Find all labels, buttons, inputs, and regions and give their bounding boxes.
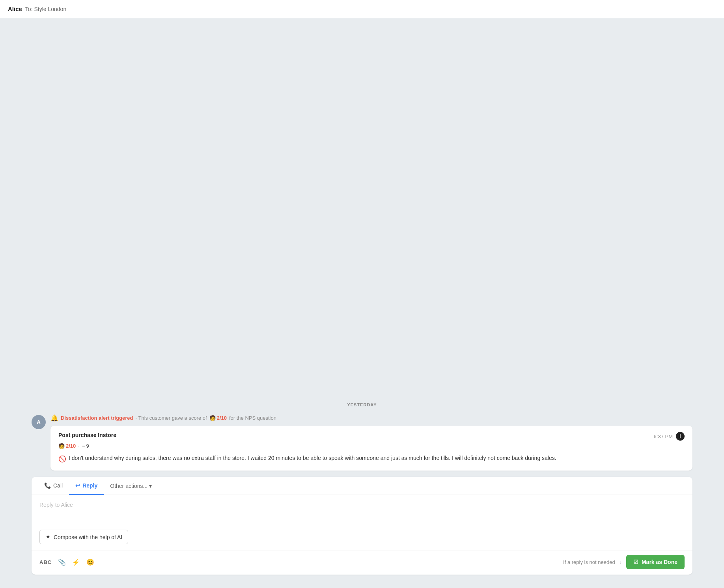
card-body: 🚫 I don't understand why during sales, t…: [58, 454, 685, 464]
alert-line: 🔔 Dissatisfaction alert triggered · This…: [50, 414, 692, 422]
tab-call[interactable]: 📞 Call: [38, 477, 69, 495]
header-bar: Alice To: Style London: [0, 0, 724, 18]
reply-tabs: 📞 Call ↩ Reply Other actions... ▾: [32, 477, 692, 495]
date-divider: YESTERDAY: [32, 401, 692, 408]
not-needed-text: If a reply is not needed: [563, 559, 615, 565]
ai-icon: ✦: [45, 533, 50, 541]
reply-input-area[interactable]: Reply to Alice: [32, 495, 692, 527]
person-icon: 🧑: [58, 443, 65, 449]
reply-placeholder: Reply to Alice: [39, 502, 73, 508]
alert-bold: Dissatisfaction alert triggered: [61, 415, 133, 421]
not-needed-arrow: ›: [620, 559, 621, 565]
toolbar-abc[interactable]: ABC: [39, 559, 52, 565]
message-content-area: 🔔 Dissatisfaction alert triggered · This…: [50, 414, 692, 471]
card-title: Post purchase Instore: [58, 432, 116, 438]
layers-icon: ≡: [82, 443, 85, 449]
tab-reply[interactable]: ↩ Reply: [69, 477, 104, 495]
chevron-down-icon: ▾: [149, 483, 152, 489]
other-actions-label: Other actions...: [110, 483, 147, 489]
reply-panel: 📞 Call ↩ Reply Other actions... ▾ Reply …: [32, 477, 692, 575]
card-time: 6:37 PM: [654, 434, 673, 439]
tab-call-label: Call: [53, 482, 63, 489]
call-icon: 📞: [44, 482, 51, 489]
ai-compose-label: Compose with the help of AI: [54, 534, 122, 540]
person-icon-sm: 🧑: [209, 415, 216, 421]
top-spacer: [32, 18, 692, 393]
toolbar-left: ABC 📎 ⚡ 😊: [39, 558, 94, 566]
card-header: Post purchase Instore 6:37 PM i: [58, 432, 685, 441]
mark-done-label: Mark as Done: [642, 559, 677, 565]
layers-score: ≡ 9: [82, 443, 89, 449]
alert-mid: · This customer gave a score of: [136, 415, 207, 421]
message-card: Post purchase Instore 6:37 PM i 🧑 2/10 ·…: [50, 426, 692, 471]
tab-other-actions[interactable]: Other actions... ▾: [104, 477, 158, 495]
card-scores: 🧑 2/10 · ≡ 9: [58, 443, 685, 449]
info-icon[interactable]: i: [676, 432, 685, 441]
reply-toolbar: ABC 📎 ⚡ 😊 If a reply is not needed › ☑ M…: [32, 551, 692, 575]
header-to: To: Style London: [25, 6, 66, 12]
reply-icon: ↩: [75, 482, 80, 489]
avatar: A: [32, 415, 46, 429]
toolbar-right: If a reply is not needed › ☑ Mark as Don…: [563, 555, 685, 569]
checkmark-icon: ☑: [633, 559, 638, 565]
nps-score: 🧑 2/10: [58, 443, 76, 449]
attachment-icon[interactable]: 📎: [58, 558, 66, 566]
main-content: YESTERDAY A 🔔 Dissatisfaction alert trig…: [0, 18, 724, 586]
bell-icon: 🔔: [50, 414, 58, 422]
card-meta-right: 6:37 PM i: [654, 432, 685, 441]
alert-score: 🧑 2/10: [209, 415, 227, 421]
ai-compose-button[interactable]: ✦ Compose with the help of AI: [39, 530, 128, 544]
tab-reply-label: Reply: [82, 482, 97, 489]
alert-end: for the NPS question: [229, 415, 276, 421]
mark-as-done-button[interactable]: ☑ Mark as Done: [626, 555, 685, 569]
negative-icon: 🚫: [58, 454, 66, 464]
sender-name: Alice: [8, 6, 22, 12]
message-row: A 🔔 Dissatisfaction alert triggered · Th…: [32, 414, 692, 471]
lightning-icon[interactable]: ⚡: [72, 558, 80, 566]
emoji-icon[interactable]: 😊: [86, 558, 94, 566]
